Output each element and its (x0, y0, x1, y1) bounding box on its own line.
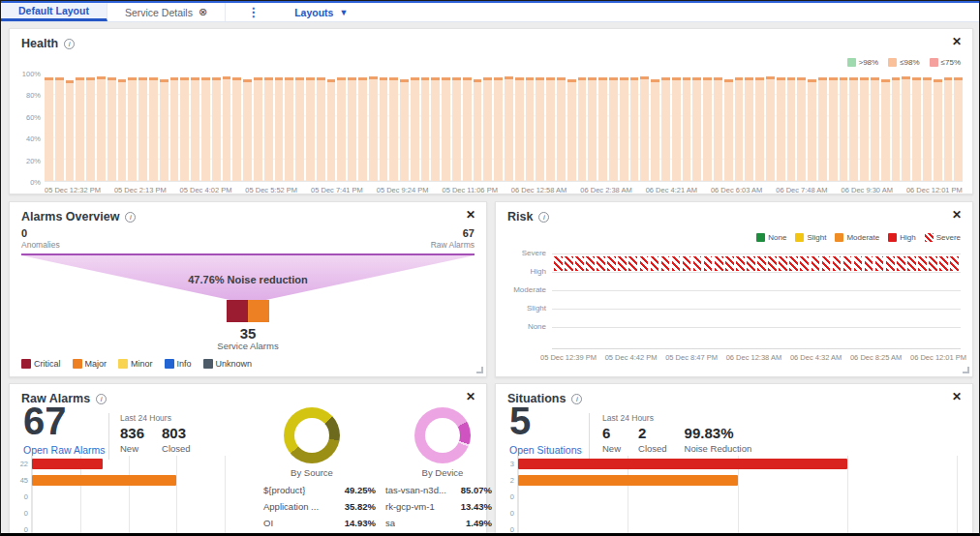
health-bar (840, 77, 848, 181)
info-icon[interactable]: i (571, 394, 582, 404)
legend-item[interactable]: ≤75% (930, 58, 961, 67)
legend-item[interactable]: Info (165, 359, 192, 369)
layouts-dropdown[interactable]: Layouts ▼ (281, 3, 361, 21)
x-tick-label: 05 Dec 4:42 PM (605, 353, 658, 362)
info-icon[interactable]: i (538, 212, 549, 223)
donut-list-row[interactable]: sa1.49% (385, 518, 492, 528)
health-bar-cap (400, 79, 409, 82)
legend-item[interactable]: Moderate (835, 233, 879, 242)
alarms-overview-panel: Alarms Overview i ✕ 0 Anomalies 67 Raw A… (9, 201, 487, 377)
risk-gridline (552, 309, 961, 310)
x-tick-label: 05 Dec 9:24 PM (377, 186, 429, 194)
risk-block (789, 256, 798, 271)
close-icon[interactable]: ✕ (952, 36, 962, 47)
tab-close-icon[interactable]: ⊗ (199, 7, 207, 17)
risk-chart: SevereHighModerateSlightNone (552, 253, 961, 349)
legend-item[interactable]: Minor (118, 359, 153, 369)
donut-list-row[interactable]: Application ...35.82% (263, 501, 376, 512)
health-bar-cap (243, 79, 252, 82)
risk-gridline (552, 290, 961, 291)
legend-swatch (118, 359, 128, 369)
health-bar-cap (86, 77, 95, 80)
donut-list-row[interactable]: ${product}49.25% (263, 485, 376, 495)
bar-value-label: 0 (502, 521, 517, 536)
health-bar (546, 77, 555, 181)
health-bar-cap (285, 77, 293, 80)
stat-label: Noise Reduction (685, 443, 752, 454)
close-icon[interactable]: ✕ (466, 391, 475, 402)
health-bar (128, 77, 137, 181)
health-bar (107, 77, 116, 181)
donut-list-row[interactable]: OI14.93% (263, 518, 376, 528)
resize-handle[interactable] (476, 367, 483, 373)
legend-item[interactable]: Severe (925, 233, 961, 242)
legend-swatch (835, 233, 843, 242)
close-icon[interactable]: ✕ (952, 209, 962, 221)
x-tick-label: 05 Dec 5:52 PM (245, 186, 297, 194)
by-device-list: tas-vsan-n3d...85.07%rk-gcp-vm-113.43%sa… (385, 485, 492, 528)
health-bar-cap (55, 77, 64, 80)
resize-handle[interactable] (963, 367, 969, 373)
health-bar (380, 77, 388, 181)
close-icon[interactable]: ✕ (466, 209, 475, 221)
health-bar-cap (97, 76, 106, 79)
health-bar-cap (546, 77, 555, 80)
risk-block (854, 256, 863, 271)
health-bar (223, 76, 231, 181)
legend-item[interactable]: None (756, 233, 786, 242)
health-bar (505, 76, 513, 181)
health-bar (264, 77, 273, 181)
risk-block (929, 256, 937, 271)
donut-list-row[interactable]: tas-vsan-n3d...85.07% (385, 485, 492, 495)
donut-row-name: Application ... (263, 501, 319, 512)
close-icon[interactable]: ✕ (952, 391, 962, 402)
legend-label: Info (177, 359, 192, 369)
donut-row-pct: 35.82% (345, 501, 376, 512)
health-panel: Health i ✕ >98%≤98%≤75% 100%80%60%40%20%… (9, 28, 973, 194)
health-bar-cap (849, 77, 858, 80)
health-bar-cap (264, 77, 273, 80)
health-bar-cap (358, 77, 367, 80)
health-bar-cap (223, 76, 231, 79)
tab-service-details[interactable]: Service Details⊗ (107, 3, 226, 21)
tab-default-layout[interactable]: Default Layout (1, 3, 107, 21)
health-bar-cap (201, 77, 210, 80)
health-bar-cap (128, 77, 137, 80)
kebab-menu-icon[interactable]: ⋮ (226, 3, 281, 21)
legend-swatch (925, 233, 934, 242)
panel-title: Health (21, 37, 58, 50)
legend-item[interactable]: Slight (795, 233, 826, 242)
health-bar-cap (934, 79, 942, 82)
tab-label: Default Layout (18, 5, 89, 16)
health-bar (923, 77, 932, 181)
legend-item[interactable]: ≤98% (888, 58, 919, 67)
legend-item[interactable]: High (888, 233, 915, 242)
donut-list-row[interactable]: rk-gcp-vm-113.43% (385, 501, 492, 512)
legend-item[interactable]: Critical (21, 359, 61, 369)
health-bar-cap (598, 77, 607, 80)
open-raw-alarms-link[interactable]: Open Raw Alarms (23, 444, 106, 456)
health-bar (66, 80, 75, 181)
bar-chart-y-labels: 32000 (502, 456, 517, 536)
risk-block (822, 256, 831, 271)
health-bar (735, 77, 744, 181)
health-bar (871, 77, 879, 181)
health-bar (411, 77, 419, 181)
by-source-label: By Source (263, 467, 360, 478)
info-icon[interactable]: i (64, 39, 75, 49)
legend-item[interactable]: Major (73, 359, 107, 369)
health-bar-cap (76, 77, 84, 80)
health-bar (212, 77, 221, 181)
info-icon[interactable]: i (96, 394, 107, 404)
info-icon[interactable]: i (125, 212, 136, 223)
legend-item[interactable]: Unknown (203, 359, 253, 369)
open-situations-link[interactable]: Open Situations (509, 444, 582, 456)
donut-row-name: ${product} (263, 485, 305, 495)
risk-panel: Risk i ✕ NoneSlightModerateHighSevere Se… (495, 201, 973, 377)
raw-alarms-label: Raw Alarms (431, 240, 475, 250)
gridline (176, 456, 177, 536)
stat-value: 2 (638, 425, 667, 441)
risk-block (865, 256, 873, 271)
legend-item[interactable]: >98% (847, 58, 879, 67)
health-bar-cap (620, 77, 628, 80)
